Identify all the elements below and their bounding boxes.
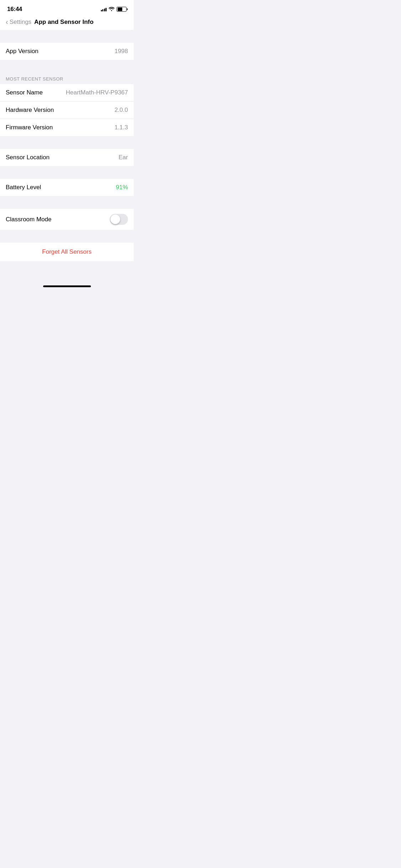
- sensor-location-card: Sensor Location Ear: [0, 149, 134, 166]
- toggle-knob: [110, 215, 120, 224]
- firmware-version-row: Firmware Version 1.1.3: [0, 119, 134, 136]
- battery-level-card: Battery Level 91%: [0, 179, 134, 196]
- app-version-value: 1998: [114, 48, 128, 55]
- battery-level-label: Battery Level: [6, 184, 41, 191]
- nav-bar: ‹ Settings App and Sensor Info: [0, 16, 134, 30]
- app-version-card: App Version 1998: [0, 43, 134, 60]
- section-gap-top: [0, 30, 134, 43]
- section-gap-1: [0, 60, 134, 73]
- sensor-location-row: Sensor Location Ear: [0, 149, 134, 166]
- battery-level-value: 91%: [116, 184, 128, 191]
- section-gap-3: [0, 166, 134, 179]
- home-bar: [43, 285, 91, 287]
- back-label: Settings: [10, 19, 31, 26]
- classroom-mode-label: Classroom Mode: [6, 216, 52, 223]
- status-icons: 60: [101, 7, 127, 12]
- most-recent-sensor-header-text: MOST RECENT SENSOR: [6, 76, 63, 82]
- section-gap-5: [0, 230, 134, 243]
- most-recent-sensor-header: MOST RECENT SENSOR: [0, 73, 134, 84]
- sensor-name-row: Sensor Name HeartMath-HRV-P9367: [0, 84, 134, 101]
- sensor-location-value: Ear: [119, 154, 128, 161]
- battery-level-row: Battery Level 91%: [0, 179, 134, 196]
- firmware-version-label: Firmware Version: [6, 124, 53, 131]
- section-gap-6: [0, 261, 134, 283]
- sensor-name-label: Sensor Name: [6, 89, 43, 96]
- battery-icon: 60: [117, 7, 127, 12]
- firmware-version-value: 1.1.3: [114, 124, 128, 131]
- status-bar: 16:44 60: [0, 0, 134, 16]
- classroom-mode-toggle[interactable]: [110, 214, 128, 225]
- wifi-icon: [109, 7, 114, 12]
- hardware-version-value: 2.0.0: [114, 107, 128, 114]
- section-gap-4: [0, 196, 134, 209]
- classroom-mode-card: Classroom Mode: [0, 209, 134, 230]
- sensor-info-card: Sensor Name HeartMath-HRV-P9367 Hardware…: [0, 84, 134, 136]
- signal-bars-icon: [101, 7, 107, 11]
- battery-text: 60: [118, 8, 121, 11]
- app-version-label: App Version: [6, 48, 38, 55]
- home-indicator: [0, 283, 134, 290]
- sensor-name-value: HeartMath-HRV-P9367: [66, 89, 128, 96]
- forget-label: Forget All Sensors: [42, 248, 92, 255]
- section-gap-2: [0, 136, 134, 149]
- sensor-location-label: Sensor Location: [6, 154, 50, 161]
- forget-section: Forget All Sensors: [0, 243, 134, 261]
- hardware-version-row: Hardware Version 2.0.0: [0, 101, 134, 119]
- status-time: 16:44: [7, 6, 22, 13]
- back-chevron-icon: ‹: [6, 18, 8, 25]
- app-version-row: App Version 1998: [0, 43, 134, 60]
- classroom-mode-row: Classroom Mode: [0, 209, 134, 230]
- nav-title: App and Sensor Info: [34, 19, 93, 26]
- back-button[interactable]: ‹ Settings: [6, 19, 31, 26]
- hardware-version-label: Hardware Version: [6, 107, 54, 114]
- forget-all-sensors-button[interactable]: Forget All Sensors: [0, 243, 134, 261]
